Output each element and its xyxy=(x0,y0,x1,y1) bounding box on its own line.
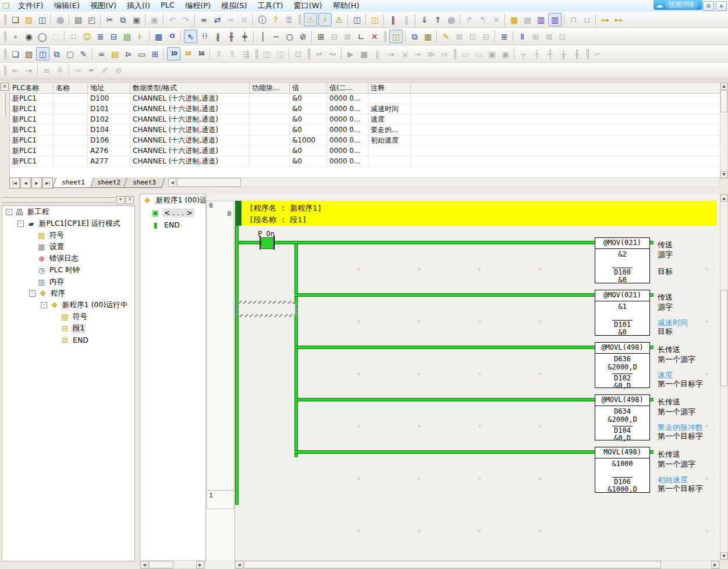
watch-horizontal-scrollbar[interactable]: ◀ xyxy=(168,177,720,187)
table-row[interactable]: 新PLC1A276CHANNEL (十六进制,通道)&00000 0... xyxy=(10,146,720,157)
ladder-vscroll-thumb[interactable] xyxy=(720,290,727,386)
cell-r5-c1[interactable] xyxy=(54,146,88,157)
cell-r6-c7[interactable] xyxy=(368,157,411,167)
cell-r5-c7[interactable] xyxy=(368,146,411,157)
table-row[interactable]: 新PLC1D104CHANNEL (十六进制,通道)&00000 0...要走的… xyxy=(10,125,720,136)
scroll-up-icon[interactable]: ▲ xyxy=(720,194,727,202)
new-closed-contact-button[interactable]: ∦ xyxy=(212,30,224,42)
select-mode-button[interactable]: ⇖ xyxy=(184,30,197,43)
column-header-0[interactable]: PLC名称 xyxy=(10,83,54,94)
time-chart-button[interactable]: Ⅱ xyxy=(516,30,528,42)
help-button[interactable]: ? xyxy=(269,13,282,26)
toolbar-drag-handle[interactable] xyxy=(585,49,589,59)
cell-r3-c5[interactable]: &0 xyxy=(290,125,327,136)
column-header-2[interactable]: 地址 xyxy=(88,83,130,94)
tree-item-0[interactable]: -品新工程 xyxy=(2,206,134,218)
zoom-button[interactable]: ◯ xyxy=(36,30,48,42)
force-set-list-button[interactable]: ⊶ xyxy=(599,13,611,26)
tree-expander-icon[interactable]: - xyxy=(17,221,24,227)
ci-view-button[interactable]: CI xyxy=(166,30,178,42)
verify-button[interactable]: ◎ xyxy=(445,13,457,26)
tree-item-11[interactable]: ⊟END xyxy=(2,334,134,346)
app-icon[interactable]: ❒ xyxy=(2,2,10,10)
tree-expander-icon[interactable]: - xyxy=(29,290,35,297)
section-item-0[interactable]: ▣< . . . > xyxy=(140,207,205,219)
scroll-up-icon[interactable]: ▲ xyxy=(720,83,727,90)
check-programs-button[interactable]: ⚠ xyxy=(333,13,345,26)
instruction-block-2[interactable]: @MOVL(498)D636&2000,DD102&0,D xyxy=(595,342,650,388)
cell-r1-c5[interactable]: &0 xyxy=(290,104,327,115)
compile-button[interactable]: ⚠ xyxy=(304,13,317,26)
tree-item-4[interactable]: ⊗错误日志 xyxy=(2,253,134,264)
data-display-button[interactable]: ▦ xyxy=(422,30,434,42)
watch-grip-handle[interactable] xyxy=(3,93,6,116)
tile-windows-button[interactable]: ⧉ xyxy=(51,48,63,60)
rung-comment-button[interactable]: ☺ xyxy=(81,30,93,42)
cell-r3-c4[interactable] xyxy=(250,125,290,136)
cross-reference-button[interactable]: ∞ xyxy=(95,48,108,60)
cell-r3-c7[interactable]: 要走的... xyxy=(368,125,411,136)
column-header-1[interactable]: 名称 xyxy=(54,83,88,94)
cell-r5-c3[interactable]: CHANNEL (十六进制,通道) xyxy=(130,146,250,157)
cell-r4-c6[interactable]: 0000 0... xyxy=(327,136,368,146)
erase-button[interactable]: ✕ xyxy=(368,30,381,42)
tree-expander-icon[interactable]: - xyxy=(6,209,12,215)
watch-close-button[interactable]: × xyxy=(1,83,9,91)
cell-r3-c2[interactable]: D104 xyxy=(88,125,130,136)
menu-item-3[interactable]: 插入(I) xyxy=(122,0,155,12)
menu-item-6[interactable]: 模拟(S) xyxy=(216,0,252,12)
ladder-horizontal-scrollbar[interactable]: ◀ ▶ xyxy=(235,560,720,569)
tree-item-5[interactable]: ◷PLC 时钟 xyxy=(2,264,134,276)
find-button[interactable]: ∞ xyxy=(198,13,210,26)
monitor-window-button[interactable]: ◫ xyxy=(36,47,49,61)
section-list-button[interactable]: ⊳ xyxy=(122,48,134,60)
table-row[interactable]: 新PLC1D101CHANNEL (十六进制,通道)&00000 0...减速时… xyxy=(10,104,720,115)
tree-item-1[interactable]: -▰新PLC1[CP1E] 运行模式 xyxy=(2,218,134,229)
mnemonic-view-button[interactable]: ▦ xyxy=(152,30,165,42)
cell-r4-c0[interactable]: 新PLC1 xyxy=(10,136,54,146)
scroll-right-icon[interactable]: ▶ xyxy=(196,561,204,568)
instruction-block-4[interactable]: MOVL(498)&1000D106&1000,D xyxy=(595,447,650,493)
cell-r2-c7[interactable]: 速度 xyxy=(368,115,411,125)
tree-item-9[interactable]: ▤符号 xyxy=(2,311,134,322)
cell-r0-c2[interactable]: D100 xyxy=(88,94,130,104)
new-button[interactable]: ❏ xyxy=(9,13,22,26)
tree-item-10[interactable]: ⊟段1 xyxy=(2,322,134,334)
or-contact-button[interactable]: ╫ xyxy=(225,30,237,42)
cell-r6-c5[interactable]: &0 xyxy=(290,157,327,167)
cell-r6-c0[interactable]: 新PLC1 xyxy=(10,157,54,167)
cell-r2-c2[interactable]: D102 xyxy=(88,115,130,125)
scroll-down-icon[interactable]: ▼ xyxy=(720,171,727,178)
tree-item-8[interactable]: -❖新程序1 (00)运行中 xyxy=(2,299,134,311)
cell-r3-c1[interactable] xyxy=(54,125,88,136)
tree-expander-icon[interactable]: - xyxy=(41,302,47,308)
print-preview-button[interactable]: ◰ xyxy=(86,13,98,26)
save-button[interactable]: ◫ xyxy=(36,13,48,26)
section-panel-header[interactable]: ❖新程序1 (00)运行中 xyxy=(140,194,205,207)
menu-item-7[interactable]: 工具(T) xyxy=(253,0,289,12)
cell-r2-c0[interactable]: 新PLC1 xyxy=(10,115,54,125)
menu-item-9[interactable]: 帮助(H) xyxy=(328,0,365,12)
section-item-1[interactable]: ▮END xyxy=(140,219,205,231)
menu-item-8[interactable]: 窗口(W) xyxy=(289,0,328,12)
line-corner-button[interactable]: ∟ xyxy=(355,30,367,42)
tree-item-2[interactable]: ▤符号 xyxy=(2,229,134,241)
pause-monitor-button[interactable]: ‖ xyxy=(387,13,399,26)
column-header-7[interactable]: 注释 xyxy=(368,83,411,94)
instruction-block-1[interactable]: @MOV(021)&1D101&0 xyxy=(595,290,650,336)
cell-r2-c6[interactable]: 0000 0... xyxy=(327,115,368,125)
column-header-5[interactable]: 值 xyxy=(290,83,327,94)
panel-close-icon[interactable]: × xyxy=(126,196,134,204)
panel-pin-icon[interactable]: ▾ xyxy=(116,196,125,204)
cell-r2-c5[interactable]: &0 xyxy=(290,115,327,125)
cell-r0-c0[interactable]: 新PLC1 xyxy=(10,94,54,104)
output-window-button[interactable]: ▭ xyxy=(136,48,148,60)
watch-window-1-button[interactable]: ▦ xyxy=(508,13,520,26)
cell-r4-c1[interactable] xyxy=(54,136,88,146)
monitor-signed-decimal-button[interactable]: 10 xyxy=(182,48,194,60)
local-symbols-button[interactable]: ▤ xyxy=(109,48,121,60)
scroll-left-icon[interactable]: ◀ xyxy=(235,561,243,568)
section-hscroll-thumb[interactable] xyxy=(149,561,173,568)
toolbar-drag-handle[interactable] xyxy=(3,65,6,76)
monitor-decimal-button[interactable]: 10 xyxy=(167,47,180,61)
